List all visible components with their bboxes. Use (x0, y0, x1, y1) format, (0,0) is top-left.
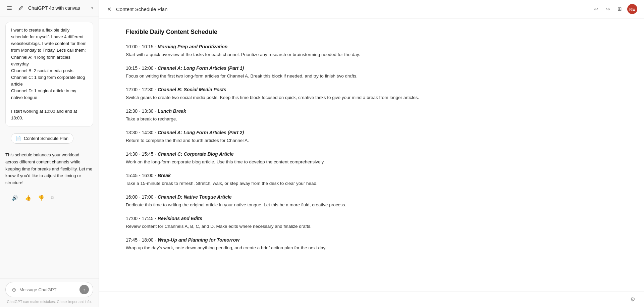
time-range: 14:30 - 15:45 - (126, 151, 158, 157)
time-range: 12:00 - 12:30 - (126, 87, 158, 92)
time-label: 14:30 - 15:45 - Channel C: Corporate Blo… (126, 150, 617, 158)
user-message: I want to create a flexible daily schedu… (5, 22, 93, 126)
block-description: Focus on writing the first two long-form… (126, 72, 617, 80)
block-description: Review content for Channels A, B, C, and… (126, 223, 617, 230)
canvas-tab-button[interactable]: 📄 Content Schedule Plan (11, 133, 73, 144)
svg-rect-2 (7, 9, 12, 10)
canvas-header: ✕ Content Schedule Plan ↩ ↪ ⊞ KE (99, 0, 644, 18)
block-description: Switch gears to create two social media … (126, 94, 617, 101)
channel-label: Channel D: Native Tongue Article (158, 194, 232, 200)
canvas-header-actions: ↩ ↪ ⊞ KE (592, 4, 637, 14)
schedule-block: 15:45 - 16:00 - BreakTake a 15-minute br… (126, 172, 617, 187)
schedule-heading: Flexible Daily Content Schedule (126, 29, 617, 36)
time-label: 17:00 - 17:45 - Revisions and Edits (126, 215, 617, 222)
save-button[interactable]: ⊞ (615, 5, 624, 13)
time-label: 10:15 - 12:00 - Channel A: Long Form Art… (126, 64, 617, 72)
schedule-block: 10:00 - 10:15 - Morning Prep and Priorit… (126, 43, 617, 58)
channel-label: Channel A: Long Form Articles (Part 1) (158, 65, 244, 71)
redo-button[interactable]: ↪ (604, 5, 612, 13)
time-label: 10:00 - 10:15 - Morning Prep and Priorit… (126, 43, 617, 50)
canvas-footer-bar: ⚙ (99, 292, 644, 307)
sidebar-title: ChatGPT 4o with canvas (28, 5, 88, 11)
block-description: Take a 15-minute break to refresh. Stret… (126, 180, 617, 187)
chat-area: I want to create a flexible daily schedu… (0, 16, 99, 278)
document-icon: 📄 (16, 136, 21, 141)
canvas-tab-row: 📄 Content Schedule Plan (5, 131, 93, 146)
thumbs-up-button[interactable]: 👍 (24, 194, 32, 202)
svg-rect-1 (7, 8, 12, 8)
block-description: Start with a quick overview of the tasks… (126, 51, 617, 58)
time-label: 13:30 - 14:30 - Channel A: Long Form Art… (126, 129, 617, 136)
time-range: 15:45 - 16:00 - (126, 173, 158, 178)
message-input-wrap: ⊕ ↑ (5, 282, 93, 297)
avatar: KE (627, 4, 637, 14)
edit-button[interactable] (17, 4, 25, 12)
block-description: Take a break to recharge. (126, 115, 617, 123)
canvas-panel: ✕ Content Schedule Plan ↩ ↪ ⊞ KE Flexibl… (99, 0, 644, 307)
schedule-block: 10:15 - 12:00 - Channel A: Long Form Art… (126, 64, 617, 80)
assistant-message-text: This schedule balances your workload acr… (5, 152, 92, 185)
channel-label: Morning Prep and Prioritization (158, 44, 227, 49)
channel-label: Lunch Break (158, 108, 186, 114)
message-input[interactable] (19, 287, 77, 292)
time-range: 13:30 - 14:30 - (126, 130, 158, 135)
footer-note: ChatGPT can make mistakes. Check importa… (5, 300, 93, 304)
time-label: 17:45 - 18:00 - Wrap-Up and Planning for… (126, 236, 617, 244)
schedule-block: 14:30 - 15:45 - Channel C: Corporate Blo… (126, 150, 617, 166)
sidebar-toggle-button[interactable] (5, 4, 13, 12)
channel-label: Break (158, 173, 171, 178)
channel-label: Wrap-Up and Planning for Tomorrow (158, 237, 239, 243)
undo-button[interactable]: ↩ (592, 5, 600, 13)
sidebar: ChatGPT 4o with canvas ▾ I want to creat… (0, 0, 99, 307)
schedule-block: 17:00 - 17:45 - Revisions and EditsRevie… (126, 215, 617, 230)
time-range: 17:45 - 18:00 - (126, 237, 158, 243)
user-message-text: I want to create a flexible daily schedu… (11, 28, 87, 120)
close-button[interactable]: ✕ (106, 5, 113, 14)
channel-label: Channel C: Corporate Blog Article (158, 151, 234, 157)
time-range: 10:00 - 10:15 - (126, 44, 158, 49)
attach-button[interactable]: ⊕ (11, 286, 17, 294)
channel-label: Revisions and Edits (158, 216, 202, 221)
canvas-tab-label: Content Schedule Plan (24, 136, 68, 141)
canvas-content: Flexible Daily Content Schedule 10:00 - … (99, 18, 644, 292)
channel-label: Channel A: Long Form Articles (Part 2) (158, 130, 244, 135)
schedule-block: 12:30 - 13:30 - Lunch BreakTake a break … (126, 107, 617, 123)
block-description: Wrap up the day's work, note down anythi… (126, 244, 617, 252)
thumbs-down-button[interactable]: 👎 (37, 194, 45, 202)
action-bar: 🔊 👍 👎 ⧉ (5, 192, 93, 204)
schedule-block: 13:30 - 14:30 - Channel A: Long Form Art… (126, 129, 617, 144)
sidebar-header: ChatGPT 4o with canvas ▾ (0, 0, 99, 16)
send-button[interactable]: ↑ (79, 285, 89, 294)
canvas-title: Content Schedule Plan (116, 6, 167, 12)
schedule-block: 12:00 - 12:30 - Channel B: Social Media … (126, 86, 617, 101)
time-range: 10:15 - 12:00 - (126, 65, 158, 71)
copy-button[interactable]: ⧉ (50, 194, 55, 202)
canvas-settings-button[interactable]: ⚙ (628, 295, 637, 304)
time-range: 12:30 - 13:30 - (126, 108, 158, 114)
svg-rect-0 (7, 6, 12, 7)
audio-button[interactable]: 🔊 (11, 194, 19, 202)
schedule-blocks: 10:00 - 10:15 - Morning Prep and Priorit… (126, 43, 617, 252)
time-label: 16:00 - 17:00 - Channel D: Native Tongue… (126, 193, 617, 201)
assistant-message: This schedule balances your workload acr… (5, 150, 93, 188)
time-range: 17:00 - 17:45 - (126, 216, 158, 221)
time-label: 12:00 - 12:30 - Channel B: Social Media … (126, 86, 617, 93)
time-range: 16:00 - 17:00 - (126, 194, 158, 200)
block-description: Dedicate this time to writing the origin… (126, 201, 617, 209)
block-description: Work on the long-form corporate blog art… (126, 158, 617, 166)
schedule-block: 17:45 - 18:00 - Wrap-Up and Planning for… (126, 236, 617, 252)
chevron-down-icon: ▾ (91, 6, 93, 10)
time-label: 12:30 - 13:30 - Lunch Break (126, 107, 617, 115)
channel-label: Channel B: Social Media Posts (158, 87, 226, 92)
schedule-block: 16:00 - 17:00 - Channel D: Native Tongue… (126, 193, 617, 209)
block-description: Return to complete the third and fourth … (126, 137, 617, 144)
sidebar-footer: ⊕ ↑ ChatGPT can make mistakes. Check imp… (0, 278, 99, 307)
time-label: 15:45 - 16:00 - Break (126, 172, 617, 179)
